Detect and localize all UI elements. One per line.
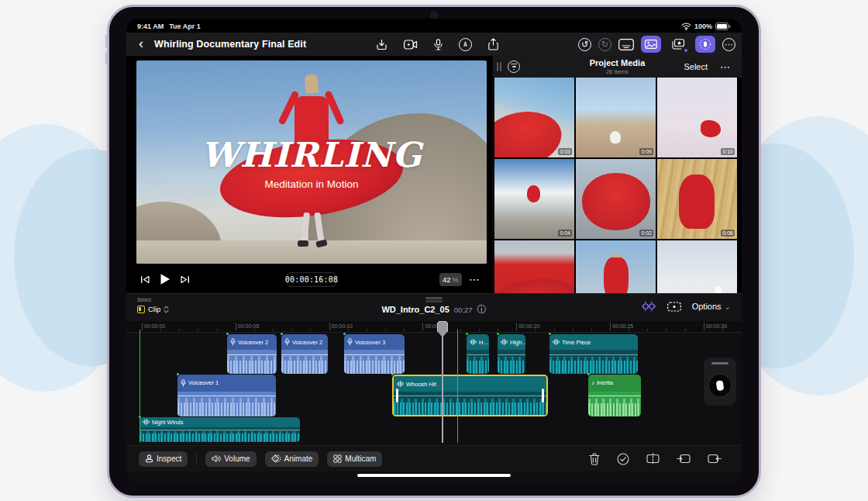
keyframe-dot bbox=[497, 333, 499, 335]
clip-info-icon[interactable]: ⓘ bbox=[477, 305, 487, 314]
timeline-clip[interactable]: Time Piece bbox=[549, 334, 638, 374]
waveform-icon bbox=[397, 381, 404, 387]
clip-label: Whoosh Hit bbox=[406, 381, 436, 388]
share-icon[interactable] bbox=[488, 38, 498, 50]
inspect-button[interactable]: Inspect bbox=[139, 451, 188, 467]
media-thumbnail[interactable] bbox=[657, 240, 737, 293]
clip-label: Night Winds bbox=[152, 419, 183, 426]
overwrite-clip-icon[interactable] bbox=[708, 453, 722, 465]
volume-button-down bbox=[105, 52, 108, 64]
filter-icon[interactable] bbox=[508, 60, 520, 73]
magnetic-timeline-icon[interactable] bbox=[641, 300, 656, 313]
speaker-icon bbox=[212, 454, 221, 463]
video-title-overlay: WHIRLING bbox=[136, 135, 487, 174]
volume-button[interactable]: Volume bbox=[205, 451, 256, 467]
delete-icon[interactable] bbox=[589, 453, 600, 465]
mic-icon bbox=[284, 338, 290, 346]
media-thumbnail[interactable]: 0:03 bbox=[494, 78, 574, 157]
clip-duration-badge: 0:03 bbox=[558, 148, 572, 155]
timeline-clip[interactable]: Voiceover 2 bbox=[227, 334, 277, 374]
mic-icon bbox=[181, 379, 186, 387]
ipad-device-frame: 9:41 AMTue Apr 1 100% ‹ Whirling Documen… bbox=[107, 5, 761, 498]
select-button[interactable]: Select bbox=[684, 62, 708, 71]
jog-dial[interactable] bbox=[708, 374, 732, 397]
media-browser-button[interactable] bbox=[641, 36, 661, 53]
multicam-monitor-icon[interactable] bbox=[667, 301, 681, 312]
titles-card-icon[interactable] bbox=[618, 39, 634, 50]
media-more-icon[interactable]: ⋯ bbox=[720, 61, 731, 73]
media-thumbnail[interactable]: 0:02 bbox=[576, 159, 656, 239]
video-viewer[interactable]: WHIRLING Meditation in Motion bbox=[136, 60, 487, 264]
clip-header: ♪Inertia bbox=[588, 375, 641, 392]
clip-waveform bbox=[549, 350, 638, 374]
animate-diamonds-icon bbox=[271, 454, 281, 463]
music-note-icon: ♪ bbox=[591, 379, 594, 386]
more-menu-icon[interactable]: ⋯ bbox=[722, 38, 735, 51]
timeline-clip[interactable]: Voiceover 3 bbox=[344, 334, 405, 374]
timeline-clip[interactable]: Whoosh Hit bbox=[392, 375, 548, 416]
transport-bar: 00:00:16:08 42 % ⋯ bbox=[126, 264, 492, 295]
keyframe-dot bbox=[226, 333, 229, 335]
skimmer-line bbox=[457, 330, 458, 443]
timecode-display[interactable]: 00:00:16:08 bbox=[287, 272, 336, 287]
timeline-clip[interactable]: ♪Inertia bbox=[588, 375, 641, 416]
clip-waveform bbox=[394, 392, 546, 415]
media-thumbnail[interactable]: 0:06 bbox=[657, 159, 737, 239]
timeline-clip[interactable]: H... bbox=[467, 334, 489, 374]
keyframe-dot bbox=[343, 333, 346, 335]
media-thumbnail[interactable] bbox=[494, 240, 574, 293]
playhead[interactable] bbox=[442, 322, 443, 443]
redo-icon: ↻ bbox=[598, 38, 611, 51]
clip-header: Voiceover 1 bbox=[177, 375, 276, 392]
skip-to-end-icon[interactable] bbox=[181, 275, 190, 284]
timeline-clip[interactable]: Voiceover 2 bbox=[281, 334, 328, 374]
current-clip-duration: 00:27 bbox=[454, 306, 473, 314]
timeline-drag-handle[interactable] bbox=[425, 297, 443, 299]
jog-wheel-toggle-button[interactable] bbox=[695, 36, 715, 53]
zoom-unit: % bbox=[453, 275, 459, 284]
options-button[interactable]: Options ⌄ bbox=[692, 302, 731, 311]
jog-drag-bar[interactable] bbox=[711, 362, 728, 365]
ruler-label: 00:00:30 bbox=[704, 323, 727, 330]
clips-star-button[interactable] bbox=[668, 36, 688, 53]
main-toolbar: ‹ Whirling Documentary Final Edit ↺ ↻ bbox=[126, 33, 742, 56]
options-label: Options bbox=[692, 302, 722, 311]
battery-percent: 100% bbox=[694, 22, 712, 30]
home-indicator[interactable] bbox=[357, 474, 511, 477]
ruler-label: 00:00:20 bbox=[516, 323, 539, 330]
front-camera bbox=[432, 12, 437, 18]
undo-icon[interactable]: ↺ bbox=[578, 38, 591, 51]
enable-check-icon[interactable] bbox=[617, 453, 629, 465]
back-button[interactable]: ‹ bbox=[139, 36, 143, 50]
play-button[interactable] bbox=[160, 273, 170, 285]
selection-mode-picker[interactable]: Clip bbox=[137, 305, 169, 313]
live-drawing-icon[interactable] bbox=[459, 38, 472, 51]
record-voiceover-mic-icon[interactable] bbox=[434, 39, 443, 50]
skip-to-start-icon[interactable] bbox=[140, 275, 150, 284]
media-thumbnail[interactable] bbox=[576, 240, 656, 293]
insert-clip-icon[interactable] bbox=[677, 453, 691, 465]
media-thumbnail[interactable]: 0:10 bbox=[657, 78, 737, 157]
clip-duration-badge: 0:06 bbox=[721, 230, 735, 237]
jog-thumb[interactable] bbox=[716, 380, 725, 391]
multicam-button[interactable]: Multicam bbox=[327, 451, 382, 467]
jog-wheel-panel[interactable] bbox=[704, 358, 736, 406]
current-clip-name: WD_Intro_C2_05 bbox=[381, 305, 449, 314]
clip-label: Voiceover 2 bbox=[292, 339, 322, 346]
import-icon[interactable] bbox=[376, 39, 388, 50]
media-thumbnail[interactable]: 0:04 bbox=[494, 159, 574, 239]
viewer-zoom-control[interactable]: 42 % bbox=[439, 273, 462, 286]
split-clip-icon[interactable] bbox=[646, 453, 660, 465]
timeline-clip[interactable]: High... bbox=[498, 334, 525, 374]
media-thumbnail[interactable]: 0:09 bbox=[576, 78, 656, 157]
timeline-clip[interactable]: Night Winds bbox=[140, 417, 300, 442]
record-video-icon[interactable] bbox=[404, 40, 418, 50]
timeline-clip[interactable]: Voiceover 1 bbox=[177, 375, 276, 416]
panel-resize-handle[interactable] bbox=[497, 62, 501, 71]
viewer-more-icon[interactable]: ⋯ bbox=[469, 273, 480, 285]
animate-button[interactable]: Animate bbox=[265, 451, 319, 467]
app-screen: 9:41 AMTue Apr 1 100% ‹ Whirling Documen… bbox=[126, 19, 742, 484]
zoom-value: 42 bbox=[443, 275, 451, 284]
keyframe-dot bbox=[281, 333, 283, 335]
timeline-ruler[interactable]: 00:00:0000:00:0500:00:1000:00:1500:00:20… bbox=[126, 321, 742, 333]
